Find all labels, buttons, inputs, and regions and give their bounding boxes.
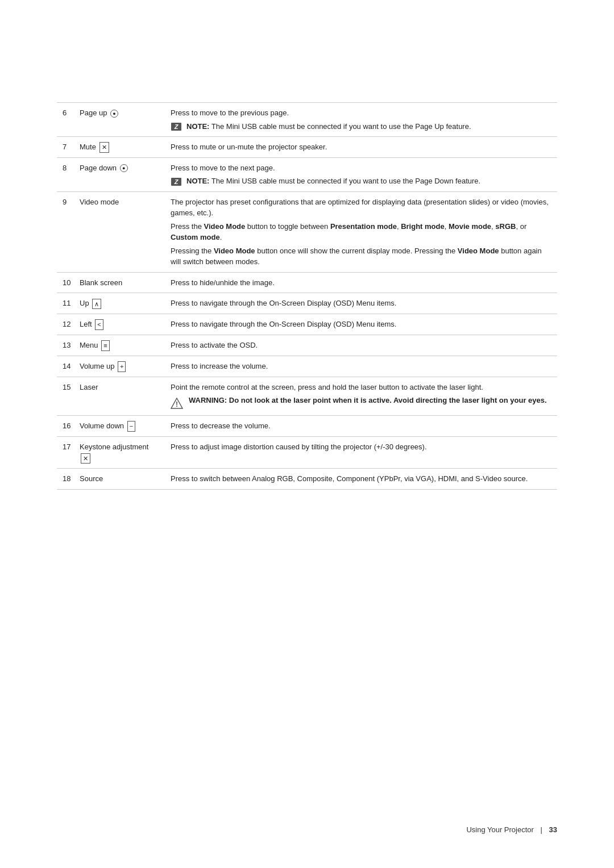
- warning-icon: !: [171, 395, 184, 411]
- row-description: Press to increase the volume.: [165, 356, 557, 377]
- row-description: Press to hide/unhide the image.: [165, 272, 557, 293]
- row-description: Press to adjust image distortion caused …: [165, 436, 557, 468]
- footer-text: Using Your Projector: [466, 825, 534, 834]
- row-number: 11: [57, 293, 74, 314]
- desc-paragraph: Press to navigate through the On-Screen …: [171, 298, 551, 309]
- box-icon: ✕: [81, 453, 90, 464]
- page-footer: Using Your Projector | 33: [466, 825, 557, 834]
- row-description: Press to mute or un-mute the projector s…: [165, 137, 557, 158]
- row-label: Mute ✕: [74, 137, 165, 158]
- row-number: 18: [57, 469, 74, 490]
- row-label: Up ∧: [74, 293, 165, 314]
- row-label: Keystone adjustment ✕: [74, 436, 165, 468]
- page-number: 33: [549, 825, 557, 834]
- row-label: Video mode: [74, 191, 165, 272]
- table-row: 14Volume up +Press to increase the volum…: [57, 356, 557, 377]
- row-description: Press to move to the next page.ZNOTE: Th…: [165, 157, 557, 191]
- table-row: 13Menu ≡Press to activate the OSD.: [57, 335, 557, 356]
- desc-paragraph: Press to switch between Analog RGB, Comp…: [171, 473, 551, 485]
- row-number: 17: [57, 436, 74, 468]
- footer-separator: |: [541, 825, 542, 834]
- row-description: Press to move to the previous page.ZNOTE…: [165, 103, 557, 137]
- row-number: 15: [57, 377, 74, 416]
- row-description: Point the remote control at the screen, …: [165, 377, 557, 416]
- row-description: Press to activate the OSD.: [165, 335, 557, 356]
- desc-paragraph: Press to increase the volume.: [171, 361, 551, 372]
- desc-paragraph: Press to move to the next page.: [171, 162, 551, 174]
- row-description: Press to switch between Analog RGB, Comp…: [165, 469, 557, 490]
- table-row: 6Page up ●Press to move to the previous …: [57, 103, 557, 137]
- desc-paragraph: Press the Video Mode button to toggle be…: [171, 221, 551, 243]
- row-label: Menu ≡: [74, 335, 165, 356]
- circle-icon: ●: [120, 164, 128, 172]
- warning-box: !WARNING: Do not look at the laser point…: [171, 395, 551, 411]
- table-row: 17Keystone adjustment ✕Press to adjust i…: [57, 436, 557, 468]
- note-text: NOTE: The Mini USB cable must be connect…: [186, 176, 480, 187]
- row-number: 9: [57, 191, 74, 272]
- row-number: 7: [57, 137, 74, 158]
- svg-text:Z: Z: [174, 123, 179, 130]
- circle-icon: ●: [110, 110, 118, 118]
- desc-paragraph: Point the remote control at the screen, …: [171, 382, 551, 393]
- desc-paragraph: Press to decrease the volume.: [171, 420, 551, 432]
- row-description: The projector has preset configurations …: [165, 191, 557, 272]
- box-icon: ∧: [92, 299, 101, 310]
- row-description: Press to decrease the volume.: [165, 416, 557, 437]
- table-row: 12Left <Press to navigate through the On…: [57, 314, 557, 335]
- note-text: NOTE: The Mini USB cable must be connect…: [186, 121, 471, 132]
- warning-text: WARNING: Do not look at the laser point …: [189, 395, 547, 406]
- row-number: 10: [57, 272, 74, 293]
- desc-paragraph: Press to activate the OSD.: [171, 340, 551, 351]
- box-icon: <: [95, 319, 103, 330]
- row-label: Laser: [74, 377, 165, 416]
- box-icon: ≡: [101, 340, 109, 351]
- table-row: 16Volume down −Press to decrease the vol…: [57, 416, 557, 437]
- table-row: 18SourcePress to switch between Analog R…: [57, 469, 557, 490]
- desc-paragraph: Press to navigate through the On-Screen …: [171, 319, 551, 330]
- note-box: ZNOTE: The Mini USB cable must be connec…: [171, 176, 551, 187]
- row-label: Volume up +: [74, 356, 165, 377]
- row-label: Page down ●: [74, 157, 165, 191]
- box-icon: ✕: [99, 142, 109, 153]
- row-number: 14: [57, 356, 74, 377]
- row-label: Page up ●: [74, 103, 165, 137]
- note-icon: Z: [171, 121, 183, 132]
- note-icon: Z: [171, 176, 183, 187]
- svg-text:!: !: [176, 400, 178, 408]
- table-row: 7Mute ✕Press to mute or un-mute the proj…: [57, 137, 557, 158]
- row-number: 12: [57, 314, 74, 335]
- table-row: 11Up ∧Press to navigate through the On-S…: [57, 293, 557, 314]
- svg-text:Z: Z: [174, 178, 179, 185]
- features-table: 6Page up ●Press to move to the previous …: [57, 102, 557, 490]
- box-icon: +: [118, 361, 126, 372]
- desc-paragraph: Press to hide/unhide the image.: [171, 277, 551, 289]
- page: 6Page up ●Press to move to the previous …: [0, 0, 614, 868]
- row-label: Source: [74, 469, 165, 490]
- note-box: ZNOTE: The Mini USB cable must be connec…: [171, 121, 551, 132]
- desc-paragraph: Pressing the Video Mode button once will…: [171, 245, 551, 268]
- desc-paragraph: The projector has preset configurations …: [171, 197, 551, 219]
- table-row: 9Video modeThe projector has preset conf…: [57, 191, 557, 272]
- row-description: Press to navigate through the On-Screen …: [165, 314, 557, 335]
- desc-paragraph: Press to adjust image distortion caused …: [171, 441, 551, 453]
- row-number: 8: [57, 157, 74, 191]
- desc-paragraph: Press to move to the previous page.: [171, 107, 551, 119]
- table-row: 10Blank screenPress to hide/unhide the i…: [57, 272, 557, 293]
- row-number: 13: [57, 335, 74, 356]
- desc-paragraph: Press to mute or un-mute the projector s…: [171, 141, 551, 153]
- row-label: Left <: [74, 314, 165, 335]
- row-label: Blank screen: [74, 272, 165, 293]
- row-number: 16: [57, 416, 74, 437]
- main-table-container: 6Page up ●Press to move to the previous …: [57, 102, 557, 490]
- box-icon: −: [127, 421, 135, 432]
- row-number: 6: [57, 103, 74, 137]
- table-row: 15LaserPoint the remote control at the s…: [57, 377, 557, 416]
- row-label: Volume down −: [74, 416, 165, 437]
- row-description: Press to navigate through the On-Screen …: [165, 293, 557, 314]
- table-row: 8Page down ●Press to move to the next pa…: [57, 157, 557, 191]
